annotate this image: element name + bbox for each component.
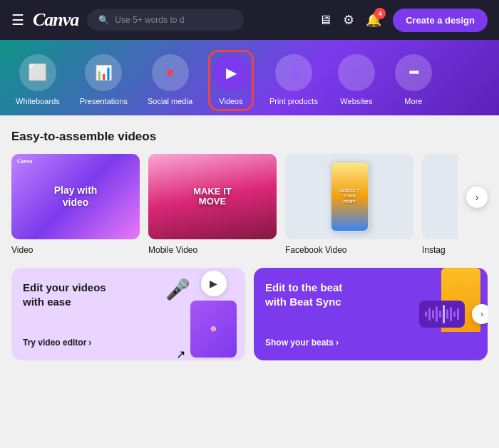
print-products-label: Print products <box>269 97 318 105</box>
promo-cards-row: Edit your videos with ease Try video edi… <box>11 268 488 360</box>
presentations-icon-circle: 📊 <box>85 54 122 91</box>
video-cards-row: Canva Play withvideo Video MAKE ITMOVE M… <box>11 154 488 255</box>
category-item-social-media[interactable]: ♥ Social media <box>138 48 202 115</box>
notification-icon[interactable]: 🔔 4 <box>366 12 381 28</box>
search-placeholder-text: Use 5+ words to d <box>115 15 184 25</box>
scroll-right-arrow[interactable]: › <box>466 187 488 208</box>
instagram-thumb-partial <box>422 154 458 239</box>
canva-logo: Canva <box>33 9 78 31</box>
video-thumb-mobile: MAKE ITMOVE <box>148 154 277 239</box>
videos-label: Videos <box>219 97 242 105</box>
cursor-icon: ↗ <box>176 348 185 360</box>
search-bar[interactable]: 🔍 Use 5+ words to d <box>87 9 244 31</box>
websites-icon-circle: 🖥 <box>338 54 375 91</box>
social-media-icon-circle: ♥ <box>152 54 189 91</box>
app-header: ☰ Canva 🔍 Use 5+ words to d 🖥 ⚙ 🔔 4 Crea… <box>0 0 499 40</box>
promo-left-link-arrow: › <box>88 338 91 348</box>
whiteboards-label: Whiteboards <box>16 97 60 105</box>
more-label: More <box>404 97 422 105</box>
search-icon: 🔍 <box>98 15 109 25</box>
create-design-button[interactable]: Create a design <box>393 9 488 32</box>
video-card-mobile[interactable]: MAKE ITMOVE Mobile Video <box>148 154 277 255</box>
video-thumb-video: Canva Play withvideo <box>11 154 140 239</box>
facebook-card-label: Facebook Video <box>285 245 413 255</box>
header-left: ☰ Canva <box>11 9 78 31</box>
video-thumb-facebook: PERFECTYOURPOST <box>285 154 413 239</box>
monitor-icon[interactable]: 🖥 <box>319 13 331 28</box>
print-products-icon-circle: 🖨 <box>275 54 312 91</box>
social-media-label: Social media <box>148 97 192 105</box>
header-icons: 🖥 ⚙ 🔔 4 Create a design <box>319 9 488 32</box>
phone-mockup: PERFECTYOURPOST <box>330 161 369 232</box>
hamburger-menu-icon[interactable]: ☰ <box>11 11 24 28</box>
play-button: ▶ <box>201 271 227 296</box>
promo-left-visual: 🎤 ▶ 🌸 ↗ <box>190 271 237 358</box>
video-card-instagram-partial[interactable]: Instag <box>422 154 458 255</box>
category-item-videos[interactable]: ▶ Videos <box>202 48 259 115</box>
mic-icon: 🎤 <box>165 278 190 301</box>
category-item-presentations[interactable]: 📊 Presentations <box>70 48 138 115</box>
more-icon-circle: ••• <box>395 54 432 91</box>
promo-right-link-text: Show your beats <box>265 338 334 348</box>
video-card-label: Video <box>11 245 140 255</box>
instagram-card-label: Instag <box>422 245 458 255</box>
category-list: ⬜ Whiteboards 📊 Presentations ♥ Social m… <box>0 48 499 115</box>
presentations-label: Presentations <box>80 97 128 105</box>
category-item-print-products[interactable]: 🖨 Print products <box>259 48 328 115</box>
promo-scroll-right-arrow[interactable]: › <box>472 304 488 324</box>
video-thumb-text: Play withvideo <box>54 184 98 209</box>
videos-icon-circle: ▶ <box>212 54 250 91</box>
category-nav: ⬜ Whiteboards 📊 Presentations ♥ Social m… <box>0 40 499 115</box>
mobile-thumb-text: MAKE ITMOVE <box>193 187 231 207</box>
promo-left-link-text: Try video editor <box>23 338 86 348</box>
promo-card-beat-sync[interactable]: Edit to the beat with Beat Sync Show you… <box>254 268 488 360</box>
canva-thumb-logo: Canva <box>17 158 32 165</box>
video-card-video[interactable]: Canva Play withvideo Video <box>11 154 140 255</box>
waveform-display <box>419 301 465 328</box>
promo-right-link-arrow: › <box>336 338 339 348</box>
websites-label: Websites <box>340 97 372 105</box>
promo-right-title: Edit to the beat with Beat Sync <box>265 281 351 308</box>
phone-screen-text: PERFECTYOURPOST <box>339 189 359 204</box>
category-item-websites[interactable]: 🖥 Websites <box>328 48 385 115</box>
whiteboards-icon-circle: ⬜ <box>19 54 56 91</box>
category-item-whiteboards[interactable]: ⬜ Whiteboards <box>6 48 70 115</box>
category-item-more[interactable]: ••• More <box>385 48 442 115</box>
section-title: Easy-to-assemble videos <box>11 130 488 144</box>
phone-screen: PERFECTYOURPOST <box>331 162 368 231</box>
promo-left-title: Edit your videos with ease <box>23 281 108 308</box>
video-card-facebook[interactable]: PERFECTYOURPOST Facebook Video <box>285 154 413 255</box>
promo-video-thumb: 🌸 <box>190 301 237 358</box>
promo-thumb-text: 🌸 <box>210 326 217 332</box>
main-content: Easy-to-assemble videos Canva Play withv… <box>0 115 499 448</box>
promo-card-video-editor[interactable]: Edit your videos with ease Try video edi… <box>11 268 245 360</box>
mobile-card-label: Mobile Video <box>148 245 277 255</box>
settings-icon[interactable]: ⚙ <box>343 12 354 28</box>
notification-badge: 4 <box>374 8 386 19</box>
